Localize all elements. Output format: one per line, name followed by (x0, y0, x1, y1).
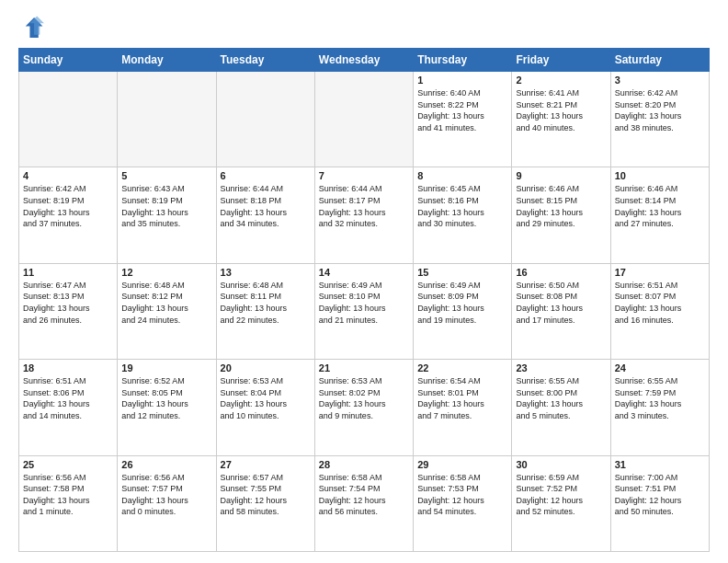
calendar-header-wednesday: Wednesday (314, 49, 413, 72)
day-info: Sunrise: 6:49 AM Sunset: 8:10 PM Dayligh… (319, 280, 409, 326)
calendar-header-sunday: Sunday (19, 49, 118, 72)
day-number: 6 (221, 170, 311, 181)
calendar-cell: 30Sunrise: 6:59 AM Sunset: 7:52 PM Dayli… (512, 455, 610, 551)
calendar-week-2: 4Sunrise: 6:42 AM Sunset: 8:19 PM Daylig… (19, 167, 710, 263)
day-info: Sunrise: 6:51 AM Sunset: 8:06 PM Dayligh… (23, 375, 113, 421)
day-number: 7 (319, 170, 409, 181)
day-info: Sunrise: 6:55 AM Sunset: 7:59 PM Dayligh… (615, 375, 705, 421)
day-info: Sunrise: 6:45 AM Sunset: 8:16 PM Dayligh… (417, 183, 507, 229)
day-number: 23 (516, 362, 606, 373)
day-info: Sunrise: 6:56 AM Sunset: 7:58 PM Dayligh… (23, 472, 113, 518)
day-info: Sunrise: 6:54 AM Sunset: 8:01 PM Dayligh… (417, 375, 507, 421)
calendar-cell (118, 72, 216, 167)
calendar-cell: 22Sunrise: 6:54 AM Sunset: 8:01 PM Dayli… (414, 360, 512, 455)
calendar-cell: 26Sunrise: 6:56 AM Sunset: 7:57 PM Dayli… (118, 455, 216, 551)
day-number: 14 (319, 267, 409, 278)
calendar-cell: 1Sunrise: 6:40 AM Sunset: 8:22 PM Daylig… (414, 72, 512, 167)
day-info: Sunrise: 6:52 AM Sunset: 8:05 PM Dayligh… (121, 375, 211, 421)
calendar-week-1: 1Sunrise: 6:40 AM Sunset: 8:22 PM Daylig… (19, 72, 710, 167)
day-number: 30 (516, 459, 606, 470)
calendar-header-monday: Monday (118, 49, 216, 72)
day-info: Sunrise: 6:53 AM Sunset: 8:02 PM Dayligh… (319, 375, 409, 421)
calendar-cell: 7Sunrise: 6:44 AM Sunset: 8:17 PM Daylig… (314, 167, 413, 263)
logo-icon (18, 15, 44, 40)
calendar-cell: 19Sunrise: 6:52 AM Sunset: 8:05 PM Dayli… (118, 360, 216, 455)
calendar-cell: 27Sunrise: 6:57 AM Sunset: 7:55 PM Dayli… (216, 455, 314, 551)
calendar-header-tuesday: Tuesday (216, 49, 314, 72)
calendar-cell: 8Sunrise: 6:45 AM Sunset: 8:16 PM Daylig… (414, 167, 512, 263)
day-number: 18 (23, 362, 113, 373)
day-info: Sunrise: 6:42 AM Sunset: 8:20 PM Dayligh… (615, 87, 705, 133)
day-number: 9 (516, 170, 606, 181)
day-number: 16 (516, 267, 606, 278)
calendar-cell: 23Sunrise: 6:55 AM Sunset: 8:00 PM Dayli… (512, 360, 610, 455)
calendar-cell: 14Sunrise: 6:49 AM Sunset: 8:10 PM Dayli… (314, 263, 413, 359)
day-info: Sunrise: 6:43 AM Sunset: 8:19 PM Dayligh… (121, 183, 211, 229)
calendar-cell: 5Sunrise: 6:43 AM Sunset: 8:19 PM Daylig… (118, 167, 216, 263)
day-number: 20 (221, 362, 311, 373)
day-number: 22 (417, 362, 507, 373)
calendar-cell: 25Sunrise: 6:56 AM Sunset: 7:58 PM Dayli… (19, 455, 118, 551)
day-number: 10 (615, 170, 705, 181)
calendar-cell: 11Sunrise: 6:47 AM Sunset: 8:13 PM Dayli… (19, 263, 118, 359)
day-info: Sunrise: 6:58 AM Sunset: 7:54 PM Dayligh… (319, 472, 409, 518)
day-info: Sunrise: 6:51 AM Sunset: 8:07 PM Dayligh… (615, 280, 705, 326)
day-number: 24 (615, 362, 705, 373)
day-number: 4 (23, 170, 113, 181)
calendar-cell: 10Sunrise: 6:46 AM Sunset: 8:14 PM Dayli… (610, 167, 709, 263)
calendar-cell (19, 72, 118, 167)
calendar-cell: 29Sunrise: 6:58 AM Sunset: 7:53 PM Dayli… (414, 455, 512, 551)
day-info: Sunrise: 6:56 AM Sunset: 7:57 PM Dayligh… (121, 472, 211, 518)
calendar-header-thursday: Thursday (414, 49, 512, 72)
calendar-cell: 6Sunrise: 6:44 AM Sunset: 8:18 PM Daylig… (216, 167, 314, 263)
day-info: Sunrise: 6:48 AM Sunset: 8:11 PM Dayligh… (221, 280, 311, 326)
calendar-cell: 16Sunrise: 6:50 AM Sunset: 8:08 PM Dayli… (512, 263, 610, 359)
day-info: Sunrise: 7:00 AM Sunset: 7:51 PM Dayligh… (615, 472, 705, 518)
calendar-cell: 3Sunrise: 6:42 AM Sunset: 8:20 PM Daylig… (610, 72, 709, 167)
calendar-cell: 13Sunrise: 6:48 AM Sunset: 8:11 PM Dayli… (216, 263, 314, 359)
calendar-cell: 2Sunrise: 6:41 AM Sunset: 8:21 PM Daylig… (512, 72, 610, 167)
day-number: 26 (121, 459, 211, 470)
calendar-header-row: SundayMondayTuesdayWednesdayThursdayFrid… (19, 49, 710, 72)
day-number: 21 (319, 362, 409, 373)
calendar-cell: 17Sunrise: 6:51 AM Sunset: 8:07 PM Dayli… (610, 263, 709, 359)
calendar-cell (314, 72, 413, 167)
day-info: Sunrise: 6:44 AM Sunset: 8:17 PM Dayligh… (319, 183, 409, 229)
day-info: Sunrise: 6:40 AM Sunset: 8:22 PM Dayligh… (417, 87, 507, 133)
day-number: 12 (121, 267, 211, 278)
day-number: 31 (615, 459, 705, 470)
day-number: 25 (23, 459, 113, 470)
day-info: Sunrise: 6:50 AM Sunset: 8:08 PM Dayligh… (516, 280, 606, 326)
day-info: Sunrise: 6:42 AM Sunset: 8:19 PM Dayligh… (23, 183, 113, 229)
calendar-cell: 4Sunrise: 6:42 AM Sunset: 8:19 PM Daylig… (19, 167, 118, 263)
day-number: 1 (417, 75, 507, 86)
calendar-week-3: 11Sunrise: 6:47 AM Sunset: 8:13 PM Dayli… (19, 263, 710, 359)
day-info: Sunrise: 6:46 AM Sunset: 8:15 PM Dayligh… (516, 183, 606, 229)
day-number: 19 (121, 362, 211, 373)
day-info: Sunrise: 6:58 AM Sunset: 7:53 PM Dayligh… (417, 472, 507, 518)
calendar-header-friday: Friday (512, 49, 610, 72)
calendar-cell: 15Sunrise: 6:49 AM Sunset: 8:09 PM Dayli… (414, 263, 512, 359)
calendar-week-5: 25Sunrise: 6:56 AM Sunset: 7:58 PM Dayli… (19, 455, 710, 551)
calendar-cell: 28Sunrise: 6:58 AM Sunset: 7:54 PM Dayli… (314, 455, 413, 551)
day-info: Sunrise: 6:41 AM Sunset: 8:21 PM Dayligh… (516, 87, 606, 133)
day-info: Sunrise: 6:48 AM Sunset: 8:12 PM Dayligh… (121, 280, 211, 326)
day-number: 27 (221, 459, 311, 470)
calendar-header-saturday: Saturday (610, 49, 709, 72)
day-info: Sunrise: 6:55 AM Sunset: 8:00 PM Dayligh… (516, 375, 606, 421)
day-info: Sunrise: 6:44 AM Sunset: 8:18 PM Dayligh… (221, 183, 311, 229)
day-info: Sunrise: 6:59 AM Sunset: 7:52 PM Dayligh… (516, 472, 606, 518)
calendar-cell: 9Sunrise: 6:46 AM Sunset: 8:15 PM Daylig… (512, 167, 610, 263)
calendar-cell (216, 72, 314, 167)
calendar-week-4: 18Sunrise: 6:51 AM Sunset: 8:06 PM Dayli… (19, 360, 710, 455)
day-info: Sunrise: 6:47 AM Sunset: 8:13 PM Dayligh… (23, 280, 113, 326)
header (18, 15, 710, 40)
day-number: 15 (417, 267, 507, 278)
calendar-cell: 24Sunrise: 6:55 AM Sunset: 7:59 PM Dayli… (610, 360, 709, 455)
page: SundayMondayTuesdayWednesdayThursdayFrid… (0, 0, 728, 563)
day-number: 28 (319, 459, 409, 470)
day-number: 13 (221, 267, 311, 278)
day-number: 2 (516, 75, 606, 86)
day-number: 8 (417, 170, 507, 181)
day-number: 29 (417, 459, 507, 470)
